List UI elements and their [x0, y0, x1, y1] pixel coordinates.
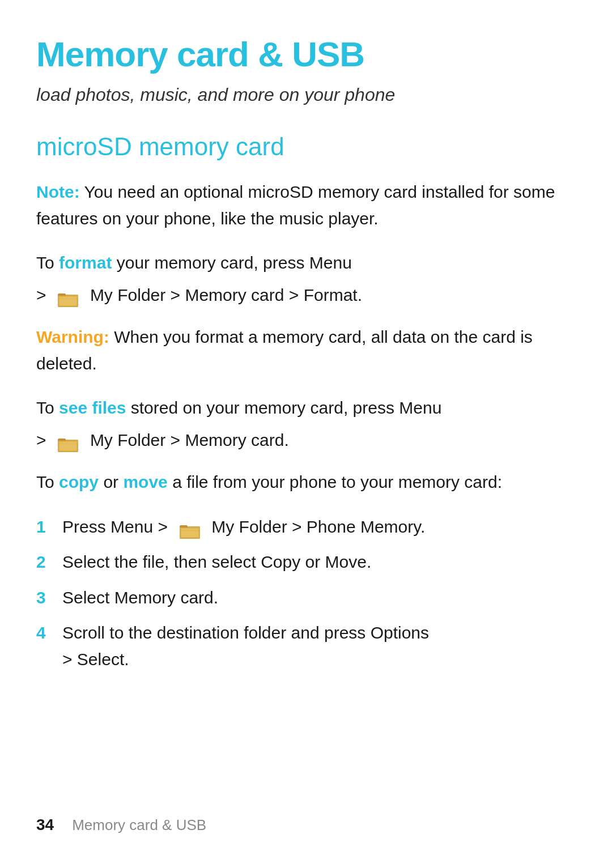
step-number-1: 1 — [36, 514, 52, 541]
format-rest: your memory card, press Menu — [112, 253, 351, 272]
warning-text: When you format a memory card, all data … — [36, 327, 533, 373]
seefiles-link: see files — [59, 398, 126, 417]
page-footer: 34 Memory card & USB — [36, 816, 206, 834]
format-path-text: My Folder > Memory card > Format. — [90, 286, 362, 304]
step-content-4: Scroll to the destination folder and pre… — [62, 620, 576, 673]
svg-rect-11 — [58, 441, 78, 451]
svg-rect-4 — [58, 296, 78, 306]
seefiles-instruction: To see files stored on your memory card,… — [36, 395, 576, 422]
copymove-intro: To — [36, 473, 59, 491]
seefiles-intro: To — [36, 398, 59, 417]
copy-link: copy — [59, 473, 99, 491]
note-paragraph: Note: You need an optional microSD memor… — [36, 179, 576, 232]
copymove-rest: a file from your phone to your memory ca… — [168, 473, 502, 491]
warning-paragraph: Warning: When you format a memory card, … — [36, 324, 576, 377]
list-item: 1 Press Menu > My Folder > Phone Memory. — [36, 514, 576, 541]
footer-title: Memory card & USB — [72, 816, 206, 834]
step-number-3: 3 — [36, 585, 52, 611]
format-path: > My Folder > Memory card > Format. — [36, 282, 576, 309]
format-link: format — [59, 253, 112, 272]
folder-icon-3 — [180, 520, 200, 536]
step-content-3: Select Memory card. — [62, 585, 576, 611]
copymove-or: or — [99, 473, 123, 491]
footer-page-number: 34 — [36, 816, 54, 834]
copymove-paragraph: To copy or move a file from your phone t… — [36, 469, 576, 496]
folder-icon-1 — [58, 288, 78, 304]
folder-icon-2 — [58, 433, 78, 449]
seefiles-rest: stored on your memory card, press Menu — [126, 398, 441, 417]
note-label: Note: — [36, 182, 80, 201]
step-number-2: 2 — [36, 549, 52, 576]
steps-list: 1 Press Menu > My Folder > Phone Memory. — [36, 514, 576, 673]
step-content-1: Press Menu > My Folder > Phone Memory. — [62, 514, 576, 541]
list-item: 2 Select the file, then select Copy or M… — [36, 549, 576, 576]
note-text: You need an optional microSD memory card… — [36, 182, 555, 228]
list-item: 3 Select Memory card. — [36, 585, 576, 611]
step-content-2: Select the file, then select Copy or Mov… — [62, 549, 576, 576]
section-heading: microSD memory card — [36, 133, 576, 161]
warning-label: Warning: — [36, 327, 109, 346]
move-link: move — [123, 473, 167, 491]
format-instruction: To format your memory card, press Menu — [36, 250, 576, 276]
page-title: Memory card & USB — [36, 34, 576, 74]
list-item: 4 Scroll to the destination folder and p… — [36, 620, 576, 673]
step-number-4: 4 — [36, 620, 52, 646]
format-intro: To — [36, 253, 59, 272]
page-subtitle: load photos, music, and more on your pho… — [36, 84, 576, 105]
seefiles-path-text: My Folder > Memory card. — [90, 431, 289, 449]
svg-rect-18 — [180, 527, 199, 538]
seefiles-path: > My Folder > Memory card. — [36, 427, 576, 454]
